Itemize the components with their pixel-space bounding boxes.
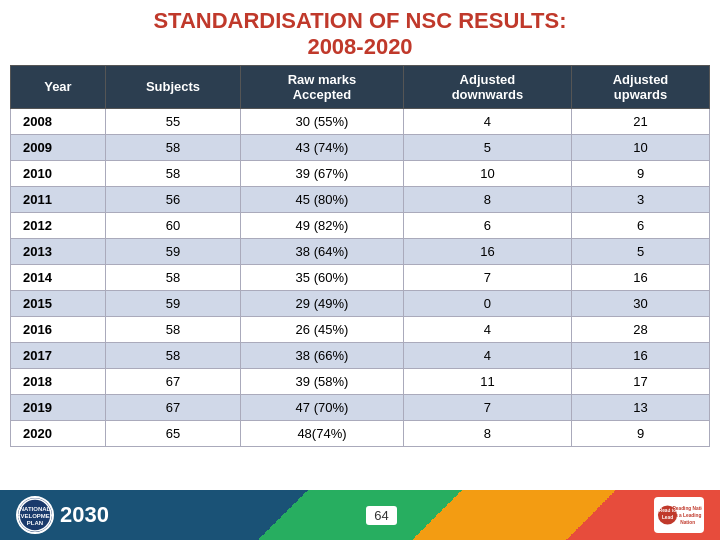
cell-down: 7	[403, 394, 571, 420]
cell-year: 2010	[11, 160, 106, 186]
cell-year: 2013	[11, 238, 106, 264]
cell-subjects: 67	[105, 394, 240, 420]
cell-subjects: 56	[105, 186, 240, 212]
cell-subjects: 65	[105, 420, 240, 446]
cell-raw: 48(74%)	[241, 420, 404, 446]
cell-year: 2019	[11, 394, 106, 420]
cell-year: 2012	[11, 212, 106, 238]
data-table: Year Subjects Raw marksAccepted Adjusted…	[10, 65, 710, 447]
col-raw: Raw marksAccepted	[241, 65, 404, 108]
cell-raw: 29 (49%)	[241, 290, 404, 316]
cell-down: 4	[403, 342, 571, 368]
cell-subjects: 58	[105, 160, 240, 186]
svg-text:is a Leading: is a Leading	[674, 513, 702, 518]
cell-down: 8	[403, 186, 571, 212]
table-row: 20175838 (66%)416	[11, 342, 710, 368]
svg-text:DEVELOPMENT: DEVELOPMENT	[18, 513, 52, 519]
cell-raw: 38 (64%)	[241, 238, 404, 264]
footer-2030: 2030	[60, 502, 109, 528]
cell-down: 7	[403, 264, 571, 290]
cell-up: 10	[572, 134, 710, 160]
cell-year: 2020	[11, 420, 106, 446]
cell-up: 9	[572, 160, 710, 186]
cell-up: 30	[572, 290, 710, 316]
rtl-logo: Read to Lead A Reading Nation is a Leadi…	[654, 497, 704, 533]
cell-down: 8	[403, 420, 571, 446]
col-down: Adjusteddownwards	[403, 65, 571, 108]
cell-down: 0	[403, 290, 571, 316]
title-line2: 2008-2020	[307, 34, 412, 59]
main-title: STANDARDISATION OF NSC RESULTS: 2008-202…	[10, 8, 710, 61]
svg-text:Lead: Lead	[662, 515, 673, 520]
cell-down: 11	[403, 368, 571, 394]
table-row: 20085530 (55%)421	[11, 108, 710, 134]
cell-raw: 45 (80%)	[241, 186, 404, 212]
title-line1: STANDARDISATION OF NSC RESULTS:	[153, 8, 566, 33]
col-year: Year	[11, 65, 106, 108]
col-up: Adjustedupwards	[572, 65, 710, 108]
ndp-logo: NATIONAL DEVELOPMENT PLAN	[16, 496, 54, 534]
svg-text:NATIONAL: NATIONAL	[20, 506, 51, 512]
svg-text:A Reading Nation: A Reading Nation	[668, 506, 702, 511]
cell-year: 2014	[11, 264, 106, 290]
cell-up: 5	[572, 238, 710, 264]
cell-subjects: 58	[105, 264, 240, 290]
table-header-row: Year Subjects Raw marksAccepted Adjusted…	[11, 65, 710, 108]
cell-subjects: 59	[105, 238, 240, 264]
cell-subjects: 55	[105, 108, 240, 134]
cell-up: 17	[572, 368, 710, 394]
table-row: 20165826 (45%)428	[11, 316, 710, 342]
cell-year: 2018	[11, 368, 106, 394]
cell-raw: 38 (66%)	[241, 342, 404, 368]
table-row: 20095843 (74%)510	[11, 134, 710, 160]
page-container: STANDARDISATION OF NSC RESULTS: 2008-202…	[0, 0, 720, 540]
cell-down: 4	[403, 108, 571, 134]
cell-raw: 39 (67%)	[241, 160, 404, 186]
col-subjects: Subjects	[105, 65, 240, 108]
cell-up: 21	[572, 108, 710, 134]
cell-raw: 35 (60%)	[241, 264, 404, 290]
cell-raw: 39 (58%)	[241, 368, 404, 394]
cell-down: 4	[403, 316, 571, 342]
table-row: 20126049 (82%)66	[11, 212, 710, 238]
cell-year: 2017	[11, 342, 106, 368]
cell-up: 16	[572, 342, 710, 368]
cell-year: 2009	[11, 134, 106, 160]
table-row: 20196747 (70%)713	[11, 394, 710, 420]
cell-up: 28	[572, 316, 710, 342]
table-row: 20135938 (64%)165	[11, 238, 710, 264]
cell-year: 2008	[11, 108, 106, 134]
footer-logo-right: Read to Lead A Reading Nation is a Leadi…	[654, 497, 704, 533]
svg-text:PLAN: PLAN	[27, 520, 43, 526]
cell-down: 16	[403, 238, 571, 264]
cell-year: 2015	[11, 290, 106, 316]
cell-up: 9	[572, 420, 710, 446]
table-row: 20105839 (67%)109	[11, 160, 710, 186]
title-area: STANDARDISATION OF NSC RESULTS: 2008-202…	[0, 0, 720, 65]
table-wrapper: Year Subjects Raw marksAccepted Adjusted…	[0, 65, 720, 447]
cell-raw: 30 (55%)	[241, 108, 404, 134]
cell-subjects: 58	[105, 134, 240, 160]
cell-down: 5	[403, 134, 571, 160]
svg-text:Nation: Nation	[680, 520, 695, 525]
cell-subjects: 58	[105, 342, 240, 368]
cell-subjects: 58	[105, 316, 240, 342]
table-row: 20145835 (60%)716	[11, 264, 710, 290]
cell-raw: 47 (70%)	[241, 394, 404, 420]
cell-subjects: 59	[105, 290, 240, 316]
cell-subjects: 60	[105, 212, 240, 238]
table-row: 20155929 (49%)030	[11, 290, 710, 316]
cell-up: 6	[572, 212, 710, 238]
cell-year: 2016	[11, 316, 106, 342]
cell-year: 2011	[11, 186, 106, 212]
cell-raw: 26 (45%)	[241, 316, 404, 342]
cell-subjects: 67	[105, 368, 240, 394]
table-row: 20206548(74%)89	[11, 420, 710, 446]
cell-up: 16	[572, 264, 710, 290]
cell-raw: 49 (82%)	[241, 212, 404, 238]
cell-up: 13	[572, 394, 710, 420]
cell-up: 3	[572, 186, 710, 212]
footer-logo-left: NATIONAL DEVELOPMENT PLAN 2030	[16, 496, 109, 534]
table-row: 20186739 (58%)1117	[11, 368, 710, 394]
cell-down: 6	[403, 212, 571, 238]
